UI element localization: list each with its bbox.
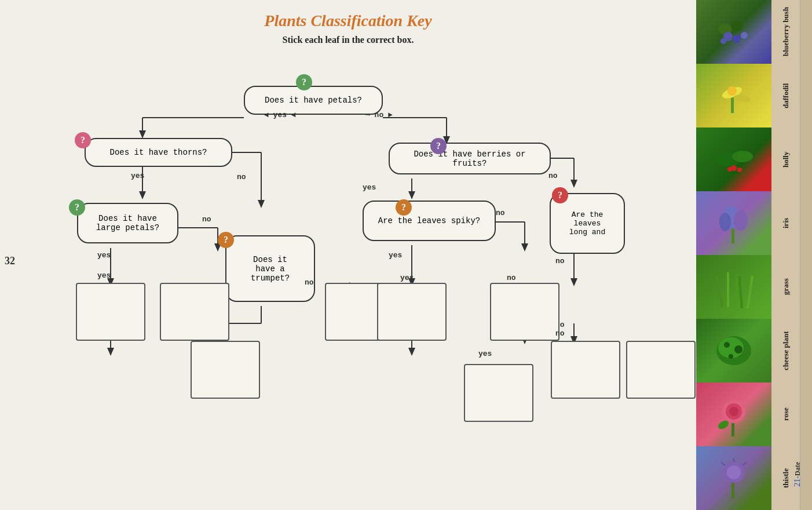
q7-icon: ?	[552, 187, 568, 203]
svg-point-52	[724, 342, 730, 348]
leaf-box-q6-bottom[interactable]	[464, 364, 533, 422]
plant-item-holly: holly	[696, 128, 812, 191]
q4-box: Does it havelarge petals?	[77, 203, 178, 243]
plant-item-daffodil: daffodil	[696, 64, 812, 128]
svg-line-65	[721, 462, 725, 465]
svg-point-54	[729, 354, 733, 359]
leaf-box-q7-no[interactable]	[626, 341, 696, 399]
svg-point-44	[719, 213, 731, 231]
q2-box: Does it have thorns?	[85, 138, 232, 167]
svg-rect-49	[747, 276, 754, 309]
leaf-box-q6-yes[interactable]	[377, 283, 447, 341]
svg-point-37	[732, 151, 753, 162]
svg-point-53	[734, 345, 742, 354]
plant-photo-blueberry	[696, 0, 771, 64]
svg-rect-48	[738, 276, 743, 308]
leaf-box-q5-yes[interactable]	[191, 341, 260, 399]
q2-icon: ?	[75, 132, 91, 148]
label-no-q1: → no ►	[365, 111, 393, 119]
sidebar: blueberry bush daffodil	[696, 0, 812, 510]
plant-label-daffodil: daffodil	[771, 64, 800, 128]
svg-point-31	[720, 38, 726, 44]
date-value: 21-	[793, 476, 802, 487]
label-yes-q4-arrow: yes	[97, 271, 111, 280]
label-no-q4: no	[202, 215, 211, 224]
plant-photo-rose	[696, 382, 771, 446]
q6-icon: ?	[396, 199, 412, 216]
label-yes-q4: yes	[97, 251, 111, 260]
label-yes-q3: yes	[363, 183, 376, 192]
label-no-q7-bottom: no	[555, 329, 565, 338]
label-yes-q6-box: yes	[400, 274, 414, 282]
svg-point-29	[733, 35, 741, 43]
plant-label-cheese: cheese plant	[771, 319, 800, 382]
label-yes-q6-bottom: yes	[478, 349, 492, 358]
plant-list: blueberry bush daffodil	[696, 0, 812, 510]
svg-rect-46	[727, 272, 729, 307]
label-no-q6: no	[496, 209, 505, 217]
svg-point-58	[729, 407, 738, 416]
plant-label-rose: rose	[771, 382, 800, 446]
plant-photo-grass	[696, 255, 771, 319]
label-no-q5: no	[305, 278, 314, 287]
plant-item-grass: grass	[696, 255, 812, 319]
label-yes-q6: yes	[389, 251, 402, 260]
plant-photo-holly	[696, 128, 771, 191]
svg-rect-45	[715, 275, 723, 307]
svg-point-43	[734, 210, 748, 231]
main-content: 32 Plants Classification Key Stick each …	[0, 0, 696, 510]
page-title: Plants Classification Key	[17, 12, 679, 30]
plant-item-cheese: cheese plant	[696, 319, 812, 382]
leaf-box-q4-yes[interactable]	[76, 283, 145, 341]
plant-photo-thistle	[696, 446, 771, 510]
plant-photo-daffodil	[696, 64, 771, 128]
label-yes-q2: yes	[131, 172, 144, 180]
svg-point-62	[727, 465, 741, 479]
q3-icon: ?	[430, 138, 447, 154]
plant-label-iris: iris	[771, 191, 800, 255]
q3-box: Does it have berries or fruits?	[389, 143, 551, 174]
plant-label-blueberry: blueberry bush	[771, 0, 800, 64]
q4-icon: ?	[69, 199, 85, 216]
leaf-box-q7-yes[interactable]	[551, 341, 620, 399]
date-area: Date 21-	[783, 462, 812, 487]
q5-icon: ?	[218, 232, 234, 248]
svg-point-27	[731, 21, 742, 31]
label-yes-q1: ◄ yes ◄	[264, 111, 296, 119]
svg-point-39	[737, 167, 742, 172]
svg-rect-32	[731, 96, 734, 113]
plant-photo-cheese	[696, 319, 771, 382]
date-label: Date	[793, 462, 802, 476]
q5-box: Does ithave atrumpet?	[225, 235, 315, 302]
page-number: 32	[5, 255, 15, 267]
svg-line-64	[742, 462, 747, 465]
plant-photo-iris	[696, 191, 771, 255]
plant-item-rose: rose	[696, 382, 812, 446]
plant-label-holly: holly	[771, 128, 800, 191]
svg-rect-60	[731, 481, 734, 498]
plant-label-grass: grass	[771, 255, 800, 319]
flowchart: ? Does it have petals? ◄ yes ◄ → no ► ? …	[41, 57, 655, 497]
leaf-box-q6-no1[interactable]	[490, 283, 559, 341]
label-no-q6-box: no	[507, 274, 516, 282]
svg-point-30	[741, 32, 748, 39]
leaf-box-q4-no1[interactable]	[160, 283, 229, 341]
label-no-q2: no	[237, 173, 246, 181]
q1-icon: ?	[296, 74, 312, 90]
svg-point-34	[727, 86, 737, 96]
plant-item-iris: iris	[696, 191, 812, 255]
label-no-q3: no	[548, 172, 558, 180]
q6-box: Are the leaves spiky?	[363, 201, 496, 241]
plant-item-blueberry: blueberry bush	[696, 0, 812, 64]
flowchart-arrows	[41, 57, 655, 497]
svg-point-40	[727, 167, 732, 172]
page-subtitle: Stick each leaf in the correct box.	[17, 35, 679, 45]
label-no-q7-top: no	[555, 257, 565, 265]
